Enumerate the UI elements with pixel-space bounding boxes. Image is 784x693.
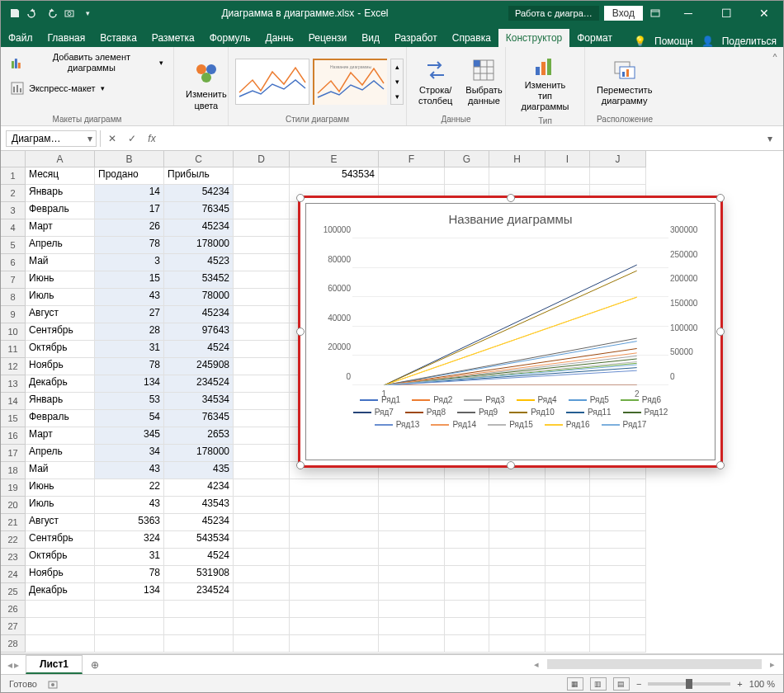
resize-handle-se[interactable] (716, 461, 725, 469)
resize-handle-sw[interactable] (296, 461, 305, 469)
cell-B18[interactable]: 43 (95, 462, 164, 479)
collapse-ribbon-icon[interactable]: ˄ (767, 47, 783, 125)
tab-вид[interactable]: Вид (354, 29, 387, 47)
cell-E22[interactable] (290, 531, 379, 549)
row-header-12[interactable]: 12 (1, 358, 26, 375)
row-header-15[interactable]: 15 (1, 410, 26, 427)
chart-style-1[interactable] (235, 59, 309, 105)
cell-H26[interactable] (489, 601, 545, 618)
tab-главная[interactable]: Главная (40, 29, 93, 47)
cell-C18[interactable]: 435 (164, 462, 234, 479)
cell-C21[interactable]: 45234 (164, 514, 234, 531)
cell-J24[interactable] (590, 566, 646, 583)
legend-item[interactable]: Ряд14 (431, 420, 476, 429)
row-header-16[interactable]: 16 (1, 427, 26, 445)
cell-H23[interactable] (489, 549, 545, 566)
cell-E20[interactable] (290, 497, 379, 514)
cell-C19[interactable]: 4234 (164, 479, 234, 497)
row-header-19[interactable]: 19 (1, 479, 26, 497)
zoom-slider[interactable] (648, 682, 730, 686)
change-colors-button[interactable]: Изменить цвета (181, 59, 232, 112)
tab-рецензи[interactable]: Рецензи (301, 29, 354, 47)
cell-D6[interactable] (234, 254, 290, 271)
tab-разметка[interactable]: Разметка (144, 29, 202, 47)
cell-A8[interactable]: Июль (26, 289, 95, 306)
cell-G19[interactable] (445, 479, 489, 497)
legend-item[interactable]: Ряд16 (545, 420, 590, 429)
accept-formula-icon[interactable]: ✓ (124, 133, 140, 144)
cell-A1[interactable]: Месяц (26, 167, 95, 185)
cell-A2[interactable]: Январь (26, 185, 95, 202)
row-header-1[interactable]: 1 (1, 167, 26, 185)
expand-formula-icon[interactable]: ▾ (762, 133, 778, 144)
login-button[interactable]: Вход (604, 6, 643, 21)
cell-C6[interactable]: 4523 (164, 254, 234, 271)
cell-E27[interactable] (290, 618, 379, 635)
cell-C4[interactable]: 45234 (164, 219, 234, 237)
row-header-21[interactable]: 21 (1, 514, 26, 531)
legend-item[interactable]: Ряд12 (623, 408, 668, 417)
row-header-24[interactable]: 24 (1, 566, 26, 583)
legend-item[interactable]: Ряд1 (360, 395, 400, 404)
zoom-level-label[interactable]: 100 % (749, 679, 775, 689)
cell-C2[interactable]: 54234 (164, 185, 234, 202)
cell-A19[interactable]: Июнь (26, 479, 95, 497)
cell-C27[interactable] (164, 618, 234, 635)
row-header-14[interactable]: 14 (1, 393, 26, 410)
select-data-button[interactable]: Выбрать данные (460, 55, 507, 108)
cell-C13[interactable]: 234524 (164, 375, 234, 393)
cell-I21[interactable] (545, 514, 590, 531)
cell-G24[interactable] (445, 566, 489, 583)
row-header-25[interactable]: 25 (1, 583, 26, 601)
cell-E28[interactable] (290, 635, 379, 653)
cell-A7[interactable]: Июнь (26, 271, 95, 289)
cell-J19[interactable] (590, 479, 646, 497)
cell-D26[interactable] (234, 601, 290, 618)
cell-B11[interactable]: 31 (95, 341, 164, 358)
cell-J21[interactable] (590, 514, 646, 531)
cell-C1[interactable]: Прибыль (164, 167, 234, 185)
cell-H24[interactable] (489, 566, 545, 583)
cell-A18[interactable]: Май (26, 462, 95, 479)
cell-F19[interactable] (379, 479, 445, 497)
change-chart-type-button[interactable]: Изменить тип диаграммы (512, 50, 578, 115)
cell-F1[interactable] (379, 167, 445, 185)
row-header-22[interactable]: 22 (1, 531, 26, 549)
cell-E25[interactable] (290, 583, 379, 601)
legend-item[interactable]: Ряд4 (517, 395, 557, 404)
cell-A24[interactable]: Ноябрь (26, 566, 95, 583)
cell-F28[interactable] (379, 635, 445, 653)
tab-даннь[interactable]: Даннь (258, 29, 301, 47)
row-header-27[interactable]: 27 (1, 618, 26, 635)
cell-F25[interactable] (379, 583, 445, 601)
resize-handle-ne[interactable] (716, 194, 725, 202)
cell-H19[interactable] (489, 479, 545, 497)
col-header-H[interactable]: H (489, 151, 545, 167)
col-header-D[interactable]: D (234, 151, 290, 167)
cell-B9[interactable]: 27 (95, 306, 164, 323)
cell-H1[interactable] (489, 167, 545, 185)
cell-B24[interactable]: 78 (95, 566, 164, 583)
legend-item[interactable]: Ряд9 (457, 408, 498, 417)
cell-A14[interactable]: Январь (26, 393, 95, 410)
cell-B14[interactable]: 53 (95, 393, 164, 410)
col-header-F[interactable]: F (379, 151, 445, 167)
cell-D10[interactable] (234, 323, 290, 341)
legend-item[interactable]: Ряд5 (569, 395, 609, 404)
cell-D13[interactable] (234, 375, 290, 393)
cell-C10[interactable]: 97643 (164, 323, 234, 341)
sheet-nav-next-icon[interactable]: ▸ (14, 659, 19, 671)
tab-вставка[interactable]: Вставка (92, 29, 144, 47)
cell-E1[interactable]: 543534 (290, 167, 379, 185)
cell-D15[interactable] (234, 410, 290, 427)
zoom-out-button[interactable]: − (636, 679, 641, 689)
add-chart-element-button[interactable]: Добавить элемент диаграммы ▾ (7, 50, 167, 75)
cell-A3[interactable]: Февраль (26, 202, 95, 219)
tab-формат[interactable]: Формат (569, 29, 620, 47)
col-header-J[interactable]: J (590, 151, 646, 167)
cell-A26[interactable] (26, 601, 95, 618)
cell-A12[interactable]: Ноябрь (26, 358, 95, 375)
sheet-nav-prev-icon[interactable]: ◂ (7, 659, 12, 671)
cell-A4[interactable]: Март (26, 219, 95, 237)
cell-C23[interactable]: 4524 (164, 549, 234, 566)
